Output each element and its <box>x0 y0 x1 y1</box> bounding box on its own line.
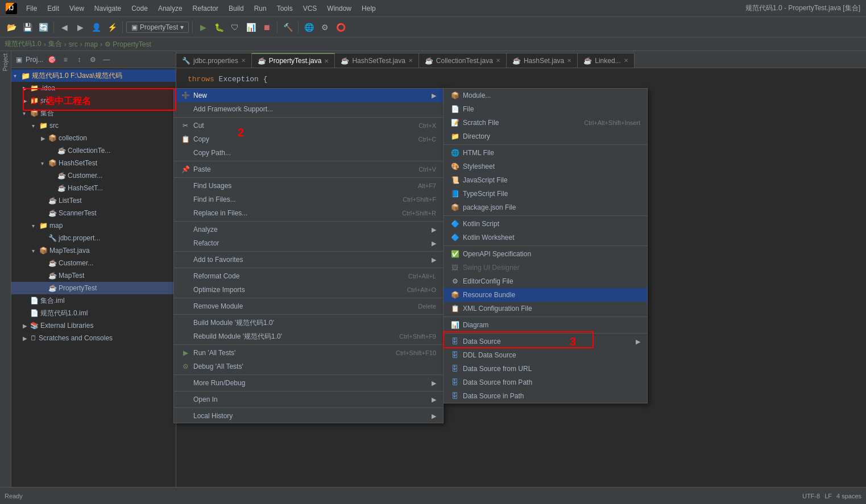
menu-analyze[interactable]: Analyze <box>154 3 187 14</box>
tree-iml1[interactable]: 📄 集合.iml <box>11 294 176 307</box>
tree-collection[interactable]: ▶ 📦 collection <box>11 132 176 144</box>
ctx-reformat[interactable]: Reformat Code Ctrl+Alt+L <box>174 269 443 283</box>
debug-btn[interactable]: 🐛 <box>212 20 226 34</box>
ctx-new[interactable]: ➕ New ▶ <box>174 89 443 102</box>
panel-settings-btn[interactable]: ⚙ <box>88 55 98 65</box>
menu-edit[interactable]: Edit <box>43 3 64 14</box>
ctx-replace-in-files[interactable]: Replace in Files... Ctrl+Shift+R <box>174 206 443 220</box>
tab-linked[interactable]: ☕ Linked... ✕ <box>578 53 634 68</box>
menu-refactor[interactable]: Refactor <box>188 3 223 14</box>
tree-customer1[interactable]: ☕ Customer... <box>11 169 176 182</box>
save-btn[interactable]: 💾 <box>20 20 34 34</box>
ctx-copy-path[interactable]: Copy Path... <box>174 146 443 160</box>
menu-code[interactable]: Code <box>127 3 152 14</box>
breadcrumb-file[interactable]: ⚙ PropertyTest <box>105 40 151 48</box>
stop-btn[interactable]: ⏹ <box>260 20 274 34</box>
ctx-debug-tests[interactable]: ⚙ Debug 'All Tests' <box>174 360 443 373</box>
breadcrumb-map[interactable]: map <box>85 40 98 48</box>
tab-collectiontest-close[interactable]: ✕ <box>496 57 500 64</box>
power-btn[interactable]: ⭕ <box>334 20 347 34</box>
ctx-cut[interactable]: ✂ Cut Ctrl+X <box>174 119 443 132</box>
breadcrumb-src[interactable]: src <box>69 40 78 48</box>
submenu-ts[interactable]: 📘 TypeScript File <box>444 187 647 201</box>
panel-collapse-btn[interactable]: ↕ <box>74 55 84 65</box>
forward-btn[interactable]: ▶ <box>73 20 87 34</box>
tab-hashsettest[interactable]: ☕ HashSetTest.java ✕ <box>335 53 419 68</box>
cursor-btn[interactable]: ⚡ <box>105 20 119 34</box>
tab-collectiontest[interactable]: ☕ CollectionTest.java ✕ <box>419 53 507 68</box>
tree-root[interactable]: ▾ 📁 规范代码1.0 F:\Java\规范代码 <box>11 69 176 82</box>
menu-view[interactable]: View <box>65 3 89 14</box>
ctx-open-in[interactable]: Open In ▶ <box>174 393 443 406</box>
tab-hashset-close[interactable]: ✕ <box>567 57 571 64</box>
submenu-html[interactable]: 🌐 HTML File <box>444 146 647 160</box>
submenu-module[interactable]: 📦 Module... <box>444 89 647 102</box>
tree-map[interactable]: ▾ 📁 map <box>11 219 176 232</box>
submenu-openapi[interactable]: ✅ OpenAPI Specification <box>444 247 647 261</box>
nav-target-btn[interactable]: 👤 <box>89 20 103 34</box>
tree-scannertest[interactable]: ☕ ScannerTest <box>11 207 176 219</box>
vcs-btn[interactable]: 🌐 <box>302 20 316 34</box>
run-btn[interactable]: ▶ <box>196 20 210 34</box>
submenu-packagejson[interactable]: 📦 package.json File <box>444 201 647 214</box>
coverage-btn[interactable]: 🛡 <box>228 20 242 34</box>
tab-jdbc[interactable]: 🔧 jdbc.properties ✕ <box>176 53 252 68</box>
tree-hashsettest[interactable]: ▾ 📦 HashSetTest <box>11 157 176 169</box>
ctx-refactor[interactable]: Refactor ▶ <box>174 236 443 250</box>
tree-ext-libs[interactable]: ▶ 📚 External Libraries <box>11 319 176 332</box>
ctx-optimize[interactable]: Optimize Imports Ctrl+Alt+O <box>174 283 443 297</box>
breadcrumb-module[interactable]: 集合 <box>48 39 62 49</box>
tab-propertytest-close[interactable]: ✕ <box>324 58 329 64</box>
ctx-find-usages[interactable]: Find Usages Alt+F7 <box>174 179 443 193</box>
ctx-copy[interactable]: 📋 Copy Ctrl+C <box>174 132 443 146</box>
submenu-ds-in-path[interactable]: 🗄 Data Source in Path <box>444 389 647 403</box>
submenu-js[interactable]: 📜 JavaScript File <box>444 173 647 187</box>
tree-maptest2[interactable]: ☕ MapTest <box>11 269 176 282</box>
ctx-paste[interactable]: 📌 Paste Ctrl+V <box>174 163 443 176</box>
tree-collection-te[interactable]: ▶ ☕ CollectionTe... <box>11 144 176 157</box>
menu-navigate[interactable]: Navigate <box>90 3 126 14</box>
submenu-scratch-file[interactable]: 📝 Scratch File Ctrl+Alt+Shift+Insert <box>444 116 647 130</box>
submenu-file[interactable]: 📄 File <box>444 102 647 116</box>
tab-jdbc-close[interactable]: ✕ <box>241 57 246 64</box>
tab-linked-close[interactable]: ✕ <box>624 57 628 64</box>
open-folder-btn[interactable]: 📂 <box>5 20 18 34</box>
tree-listtest[interactable]: ☕ ListTest <box>11 194 176 207</box>
menu-help[interactable]: Help <box>357 3 380 14</box>
ctx-add-favorites[interactable]: Add to Favorites ▶ <box>174 253 443 266</box>
panel-locate-btn[interactable]: 🎯 <box>47 55 57 65</box>
ctx-analyze[interactable]: Analyze ▶ <box>174 223 443 236</box>
tab-hashsettest-close[interactable]: ✕ <box>408 57 413 64</box>
tab-propertytest[interactable]: ☕ PropertyTest.java ✕ <box>252 53 335 68</box>
menu-run[interactable]: Run <box>250 3 271 14</box>
tree-src[interactable]: ▾ 📁 src <box>11 119 176 132</box>
menu-window[interactable]: Window <box>322 3 356 14</box>
panel-expand-btn[interactable]: ≡ <box>60 55 71 65</box>
project-side-label[interactable]: Project <box>2 53 9 71</box>
tree-iml2[interactable]: 📄 规范代码1.0.iml <box>11 307 176 319</box>
ctx-run-tests[interactable]: ▶ Run 'All Tests' Ctrl+Shift+F10 <box>174 346 443 360</box>
tree-maptest[interactable]: ▾ 📦 MapTest.java <box>11 244 176 257</box>
build-btn[interactable]: 🔨 <box>281 20 295 34</box>
ctx-add-framework[interactable]: Add Framework Support... <box>174 102 443 116</box>
sync-btn[interactable]: 🔄 <box>36 20 50 34</box>
ctx-build-module[interactable]: Build Module '规范代码1.0' <box>174 316 443 330</box>
profile-btn[interactable]: 📊 <box>244 20 258 34</box>
submenu-kotlin-script[interactable]: 🔷 Kotlin Script <box>444 217 647 231</box>
settings-btn[interactable]: ⚙ <box>318 20 332 34</box>
tree-propertytest[interactable]: ☕ PropertyTest <box>11 282 176 294</box>
tab-hashset[interactable]: ☕ HashSet.java ✕ <box>507 53 578 68</box>
menu-tools[interactable]: Tools <box>272 3 297 14</box>
submenu-kotlin-worksheet[interactable]: 🔷 Kotlin Worksheet <box>444 231 647 244</box>
submenu-resource-bundle[interactable]: 📦 Resource Bundle <box>444 288 647 302</box>
ctx-more-run[interactable]: More Run/Debug ▶ <box>174 376 443 390</box>
submenu-xml-config[interactable]: 📋 XML Configuration File <box>444 302 647 315</box>
project-dropdown[interactable]: ▣ PropertyTest ▾ <box>126 22 189 33</box>
tree-scratches[interactable]: ▶ 🗒 Scratches and Consoles <box>11 332 176 344</box>
ctx-local-history[interactable]: Local History ▶ <box>174 409 443 423</box>
ctx-rebuild-module[interactable]: Rebuild Module '规范代码1.0' Ctrl+Shift+F9 <box>174 330 443 343</box>
submenu-ddl-datasource[interactable]: 🗄 DDL Data Source <box>444 348 647 362</box>
submenu-ds-from-url[interactable]: 🗄 Data Source from URL <box>444 362 647 376</box>
submenu-css[interactable]: 🎨 Stylesheet <box>444 160 647 173</box>
panel-close-btn[interactable]: — <box>101 55 111 65</box>
